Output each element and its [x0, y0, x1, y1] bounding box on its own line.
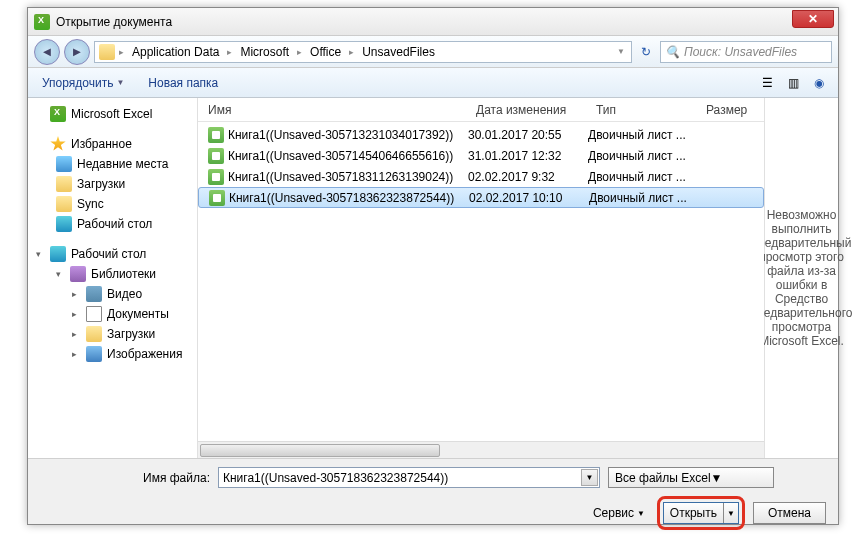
file-area: Имя Дата изменения Тип Размер Книга1((Un… — [198, 98, 838, 458]
open-button[interactable]: Открыть ▼ — [663, 502, 739, 524]
help-button[interactable]: ◉ — [808, 73, 830, 93]
close-button[interactable]: ✕ — [792, 10, 834, 28]
chevron-down-icon[interactable]: ▼ — [581, 469, 598, 486]
back-button[interactable]: ◄ — [34, 39, 60, 65]
sidebar-item-excel[interactable]: Microsoft Excel — [28, 104, 197, 124]
scrollbar-thumb[interactable] — [200, 444, 440, 457]
xlsb-icon — [208, 127, 224, 143]
image-icon — [86, 346, 102, 362]
breadcrumb-item[interactable]: UnsavedFiles — [358, 45, 439, 59]
folder-icon — [56, 196, 72, 212]
column-size[interactable]: Размер — [700, 103, 760, 117]
sidebar-item-libraries[interactable]: ▾Библиотеки — [28, 264, 197, 284]
document-icon — [86, 306, 102, 322]
sidebar-item-documents[interactable]: ▸Документы — [28, 304, 197, 324]
view-mode-button[interactable]: ☰ — [756, 73, 778, 93]
file-rows: Книга1((Unsaved-305713231034017392)) 30.… — [198, 122, 764, 210]
folder-icon — [56, 176, 72, 192]
xlsb-icon — [208, 148, 224, 164]
file-row[interactable]: Книга1((Unsaved-305718311263139024)) 02.… — [198, 166, 764, 187]
breadcrumb-item[interactable]: Application Data — [128, 45, 223, 59]
sidebar-item-images[interactable]: ▸Изображения — [28, 344, 197, 364]
titlebar: Открытие документа ✕ — [28, 8, 838, 36]
chevron-down-icon: ▼ — [116, 78, 124, 87]
column-type[interactable]: Тип — [590, 103, 700, 117]
sidebar-item-downloads[interactable]: Загрузки — [28, 174, 197, 194]
service-dropdown[interactable]: Сервис ▼ — [593, 506, 645, 520]
file-list: Имя Дата изменения Тип Размер Книга1((Un… — [198, 98, 764, 458]
video-icon — [86, 286, 102, 302]
chevron-down-icon[interactable]: ▼ — [615, 47, 627, 56]
navbar: ◄ ► ▸ Application Data ▸ Microsoft ▸ Off… — [28, 36, 838, 68]
chevron-right-icon: ▸ — [347, 47, 356, 57]
refresh-button[interactable]: ↻ — [636, 42, 656, 62]
breadcrumb-item[interactable]: Office — [306, 45, 345, 59]
search-placeholder: Поиск: UnsavedFiles — [684, 45, 797, 59]
sidebar-item-desktop[interactable]: Рабочий стол — [28, 214, 197, 234]
excel-icon — [34, 14, 50, 30]
library-icon — [70, 266, 86, 282]
sidebar-item-favorites[interactable]: Избранное — [28, 134, 197, 154]
forward-button[interactable]: ► — [64, 39, 90, 65]
bottom-area: Имя файла: Книга1((Unsaved-3057183623238… — [28, 458, 838, 524]
body-area: Microsoft Excel Избранное Недавние места… — [28, 98, 838, 458]
column-name[interactable]: Имя — [202, 103, 470, 117]
chevron-down-icon[interactable]: ▼ — [724, 509, 738, 518]
sidebar-item-downloads2[interactable]: ▸Загрузки — [28, 324, 197, 344]
preview-error-text: Невозможно выполнить предварительный про… — [751, 208, 853, 348]
window-title: Открытие документа — [56, 15, 172, 29]
file-row[interactable]: Книга1((Unsaved-305713231034017392)) 30.… — [198, 124, 764, 145]
chevron-right-icon: ▸ — [295, 47, 304, 57]
folder-icon — [86, 326, 102, 342]
sidebar-item-desktop2[interactable]: ▾Рабочий стол — [28, 244, 197, 264]
toolbar: Упорядочить ▼ Новая папка ☰ ▥ ◉ — [28, 68, 838, 98]
column-date[interactable]: Дата изменения — [470, 103, 590, 117]
filename-label: Имя файла: — [40, 471, 210, 485]
open-dialog: Открытие документа ✕ ◄ ► ▸ Application D… — [27, 7, 839, 525]
chevron-down-icon[interactable]: ▼ — [711, 471, 723, 485]
open-button-highlight: Открыть ▼ — [657, 496, 745, 530]
organize-button[interactable]: Упорядочить ▼ — [36, 74, 130, 92]
chevron-right-icon: ▸ — [117, 47, 126, 57]
xlsb-icon — [209, 190, 225, 206]
filename-input[interactable]: Книга1((Unsaved-305718362323872544)) ▼ — [218, 467, 600, 488]
sidebar-item-recent[interactable]: Недавние места — [28, 154, 197, 174]
folder-icon — [99, 44, 115, 60]
cancel-button[interactable]: Отмена — [753, 502, 826, 524]
breadcrumb-item[interactable]: Microsoft — [236, 45, 293, 59]
desktop-icon — [56, 216, 72, 232]
column-headers: Имя Дата изменения Тип Размер — [198, 98, 764, 122]
breadcrumb[interactable]: ▸ Application Data ▸ Microsoft ▸ Office … — [94, 41, 632, 63]
sidebar-item-videos[interactable]: ▸Видео — [28, 284, 197, 304]
sidebar-item-sync[interactable]: Sync — [28, 194, 197, 214]
chevron-down-icon: ▼ — [637, 509, 645, 518]
file-filter-combo[interactable]: Все файлы Excel ▼ — [608, 467, 774, 488]
desktop-icon — [50, 246, 66, 262]
recent-icon — [56, 156, 72, 172]
search-input[interactable]: 🔍 Поиск: UnsavedFiles — [660, 41, 832, 63]
sidebar: Microsoft Excel Избранное Недавние места… — [28, 98, 198, 458]
file-row[interactable]: Книга1((Unsaved-305714540646655616)) 31.… — [198, 145, 764, 166]
new-folder-button[interactable]: Новая папка — [142, 74, 224, 92]
chevron-right-icon: ▸ — [225, 47, 234, 57]
search-icon: 🔍 — [665, 45, 680, 59]
xlsb-icon — [208, 169, 224, 185]
horizontal-scrollbar[interactable] — [198, 441, 764, 458]
excel-icon — [50, 106, 66, 122]
star-icon — [50, 136, 66, 152]
preview-toggle-button[interactable]: ▥ — [782, 73, 804, 93]
preview-panel: Невозможно выполнить предварительный про… — [764, 98, 838, 458]
file-row-selected[interactable]: Книга1((Unsaved-305718362323872544)) 02.… — [198, 187, 764, 208]
